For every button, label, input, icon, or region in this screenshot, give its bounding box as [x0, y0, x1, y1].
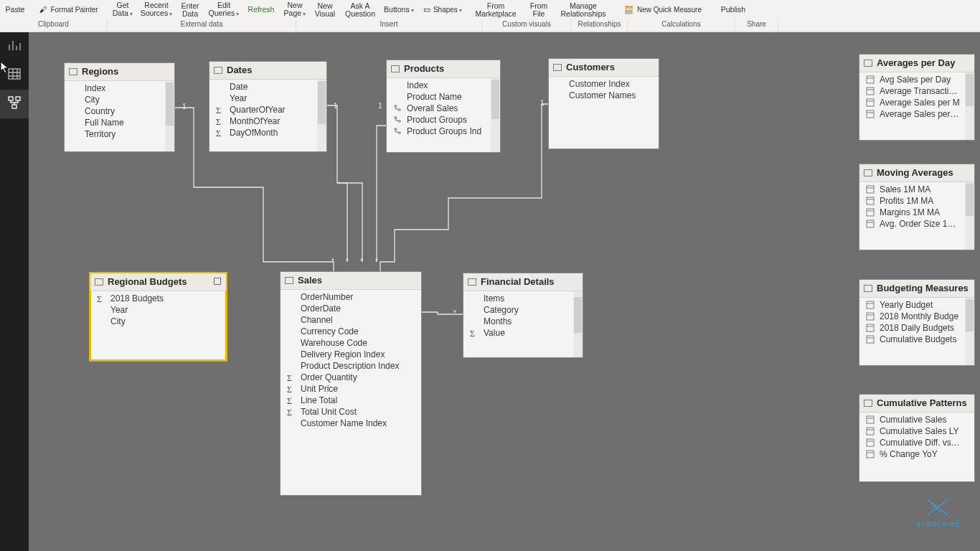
table-header[interactable]: Moving Averages	[859, 164, 974, 182]
field[interactable]: OrderNumber	[281, 291, 412, 303]
field[interactable]: Product Groups Ind	[387, 126, 491, 137]
field[interactable]: Country	[65, 105, 165, 117]
field[interactable]: Sales 1M MA	[859, 184, 965, 195]
table-header[interactable]: Sales	[281, 272, 421, 290]
field[interactable]: ΣLine Total	[281, 395, 412, 406]
scrollbar[interactable]	[573, 291, 583, 357]
field[interactable]: Customer Name Index	[281, 418, 412, 429]
field[interactable]: Currency Code	[281, 326, 412, 337]
ribbon-manage-relationships[interactable]: ManageRelationships	[554, 0, 613, 19]
field[interactable]: ΣTotal Unit Cost	[281, 406, 412, 418]
field[interactable]: City	[65, 94, 165, 105]
field[interactable]: Product Name	[387, 91, 491, 103]
field[interactable]: Margins 1M MA	[859, 207, 965, 218]
maximize-icon[interactable]	[213, 277, 222, 288]
model-canvas[interactable]: 1 1 1 1 * * * * * Regions Index City Cou…	[29, 32, 980, 551]
ribbon-shapes[interactable]: ▭ Shapes	[418, 0, 468, 19]
ribbon-publish[interactable]: Publish	[713, 0, 753, 19]
table-sales[interactable]: Sales OrderNumber OrderDate Channel Curr…	[280, 271, 422, 496]
ribbon-refresh[interactable]: Refresh	[242, 0, 280, 19]
field[interactable]: Year	[209, 93, 317, 104]
ribbon-from-marketplace[interactable]: FromMarketplace	[468, 0, 524, 19]
field[interactable]: Customer Names	[549, 90, 649, 101]
table-header[interactable]: Cumulative Patterns	[859, 395, 974, 413]
field[interactable]: ΣOrder Quantity	[281, 372, 412, 383]
scrollbar[interactable]	[965, 298, 974, 365]
ribbon-edit-queries[interactable]: EditQueries	[205, 0, 242, 19]
table-header[interactable]: Budgeting Measures	[859, 280, 974, 298]
nav-model-view[interactable]	[0, 90, 29, 118]
field[interactable]: Average Transactions	[859, 85, 965, 97]
table-regions[interactable]: Regions Index City Country Full Name Ter…	[64, 62, 175, 152]
table-header[interactable]: Products	[387, 60, 500, 78]
field[interactable]: Territory	[65, 128, 165, 140]
field[interactable]: Items	[463, 293, 573, 304]
table-moving-averages[interactable]: Moving Averages Sales 1M MA Profits 1M M…	[859, 164, 975, 250]
table-header[interactable]: Regional Budgets	[90, 273, 226, 291]
field[interactable]: Channel	[281, 314, 412, 326]
field[interactable]: 2018 Daily Budgets	[859, 322, 965, 334]
field[interactable]: 2018 Monthly Budge	[859, 311, 965, 322]
field[interactable]: Cumulative Budgets	[859, 334, 965, 345]
ribbon-new-quick-measure[interactable]: 🧮 New Quick Measure	[613, 0, 713, 19]
field[interactable]: Year	[90, 304, 217, 316]
scrollbar[interactable]	[965, 72, 974, 140]
ribbon-format-painter[interactable]: 🖌 Format Painter	[30, 0, 108, 19]
ribbon-enter-data[interactable]: EnterData	[175, 0, 205, 19]
ribbon-buttons[interactable]: Buttons	[380, 0, 418, 19]
nav-report-view[interactable]	[0, 32, 29, 61]
table-averages-per-day[interactable]: Averages per Day Avg Sales per Day Avera…	[859, 54, 975, 141]
scrollbar[interactable]	[965, 182, 974, 250]
field[interactable]: Σ2018 Budgets	[90, 293, 217, 304]
table-header[interactable]: Customers	[549, 59, 659, 77]
field[interactable]: ΣQuarterOfYear	[209, 104, 317, 116]
table-products[interactable]: Products Index Product Name Overall Sale…	[386, 60, 501, 153]
table-dates[interactable]: Dates Date Year ΣQuarterOfYear ΣMonthOfY…	[209, 61, 327, 152]
ribbon-from-file[interactable]: FromFile	[524, 0, 554, 19]
field[interactable]: Index	[65, 83, 165, 94]
field[interactable]: Product Groups	[387, 114, 491, 126]
field[interactable]: Months	[463, 316, 573, 327]
nav-data-view[interactable]	[0, 61, 29, 90]
field[interactable]: Overall Sales	[387, 103, 491, 114]
field[interactable]: Delivery Region Index	[281, 349, 412, 360]
field[interactable]: ΣUnit Price	[281, 383, 412, 395]
field[interactable]: Date	[209, 81, 317, 93]
field[interactable]: Full Name	[65, 117, 165, 128]
field[interactable]: Avg. Order Size 1M M	[859, 218, 965, 230]
table-cumulative-patterns[interactable]: Cumulative Patterns Cumulative Sales Cum…	[859, 394, 975, 482]
field[interactable]: Avg Sales per Day	[859, 74, 965, 85]
field[interactable]: Product Description Index	[281, 360, 412, 372]
field[interactable]: Cumulative Diff. vs LY	[859, 437, 965, 448]
field[interactable]: % Change YoY	[859, 448, 965, 460]
field[interactable]: Category	[463, 304, 573, 316]
ribbon-recent-sources[interactable]: RecentSources	[138, 0, 175, 19]
ribbon-new-visual[interactable]: NewVisual	[310, 0, 340, 19]
field[interactable]: Yearly Budget	[859, 299, 965, 311]
field[interactable]: Profits 1M MA	[859, 195, 965, 207]
table-header[interactable]: Financial Details	[463, 273, 583, 291]
field[interactable]: Cumulative Sales	[859, 414, 965, 425]
ribbon-get-data[interactable]: GetData	[108, 0, 138, 19]
scrollbar[interactable]	[317, 80, 326, 151]
table-budgeting-measures[interactable]: Budgeting Measures Yearly Budget 2018 Mo…	[859, 279, 975, 366]
field[interactable]: ΣValue	[463, 327, 573, 339]
field[interactable]: Average Sales per M	[859, 97, 965, 108]
ribbon-new-page[interactable]: NewPage	[280, 0, 310, 19]
field[interactable]: Average Sales per Cu	[859, 108, 965, 120]
field[interactable]: ΣMonthOfYear	[209, 116, 317, 127]
table-customers[interactable]: Customers Customer Index Customer Names	[548, 58, 659, 149]
ribbon-paste[interactable]: Paste	[0, 0, 30, 19]
ribbon-ask-question[interactable]: Ask AQuestion	[340, 0, 380, 19]
field[interactable]: City	[90, 316, 217, 327]
table-regional-budgets[interactable]: Regional Budgets Σ2018 Budgets Year City	[89, 272, 227, 362]
table-header[interactable]: Averages per Day	[859, 55, 974, 72]
field[interactable]: Cumulative Sales LY	[859, 425, 965, 437]
field[interactable]: ΣDayOfMonth	[209, 127, 317, 138]
table-header[interactable]: Regions	[65, 63, 174, 81]
scrollbar[interactable]	[491, 78, 500, 152]
table-financial-details[interactable]: Financial Details Items Category Months …	[463, 273, 583, 358]
field[interactable]: OrderDate	[281, 303, 412, 314]
field[interactable]: Warehouse Code	[281, 337, 412, 349]
scrollbar[interactable]	[165, 81, 174, 151]
